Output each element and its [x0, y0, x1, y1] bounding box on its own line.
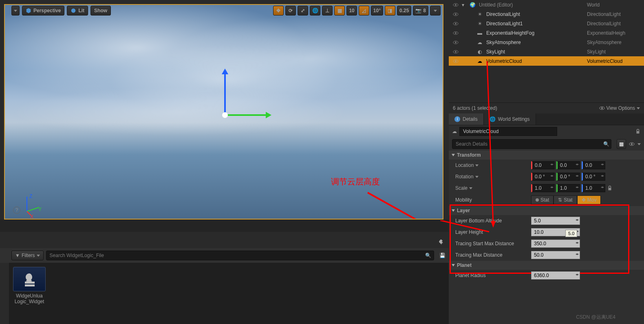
- actor-type: DirectionalLight: [587, 11, 640, 17]
- search-icon[interactable]: 🔍: [603, 141, 609, 147]
- scale-z[interactable]: 1.0◂▸: [582, 184, 605, 192]
- viewport-canvas[interactable]: Z Y X 调节云层高度 ?: [4, 4, 443, 220]
- expand-icon[interactable]: ▾: [462, 2, 466, 8]
- svg-rect-23: [637, 131, 640, 133]
- asset-tile[interactable]: WidgeUnlua Logic_Widget: [13, 267, 46, 305]
- chevron-down-icon: [37, 255, 40, 257]
- lock-scale-icon[interactable]: [607, 185, 613, 191]
- surface-snap-button[interactable]: ⊥: [322, 6, 333, 16]
- mobility-movable[interactable]: ✥Mov: [577, 195, 601, 204]
- perspective-label: Perspective: [33, 8, 61, 13]
- asset-label: WidgeUnlua Logic_Widget: [13, 293, 46, 305]
- visibility-icon[interactable]: [453, 11, 459, 17]
- camera-speed-button[interactable]: 📷8: [413, 6, 428, 16]
- chevron-down-icon: [637, 107, 640, 109]
- scale-snap-button[interactable]: ◨: [385, 6, 395, 16]
- mobility-stationary[interactable]: ⇅Stat: [554, 195, 577, 204]
- outliner-root[interactable]: ▾ 🌍 Untitled (Editor) World: [449, 0, 644, 9]
- search-icon[interactable]: 🔍: [425, 253, 431, 258]
- outliner-row-skyatmosphere[interactable]: ☁SkyAtmosphereSkyAtmosphere: [449, 38, 644, 47]
- svg-point-22: [601, 107, 603, 109]
- eye-icon[interactable]: [629, 141, 635, 147]
- location-x[interactable]: 0.0◂▸: [531, 161, 555, 169]
- lit-button[interactable]: Lit: [67, 6, 88, 16]
- movable-icon: ✥: [582, 197, 586, 203]
- tracing-start-field[interactable]: 350.0◂▸: [531, 240, 580, 248]
- content-sources-collapsed[interactable]: [0, 263, 9, 324]
- world-icon: 🌍: [469, 2, 476, 8]
- perspective-button[interactable]: Perspective: [22, 6, 64, 16]
- outliner-row-directionallight[interactable]: ☀DirectionalLightDirectionalLight: [449, 9, 644, 19]
- annotation-arrow: [359, 189, 443, 220]
- visibility-icon[interactable]: [453, 21, 459, 27]
- outliner-row-volumetriccloud[interactable]: ☁VolumetricCloudVolumetricCloud: [449, 56, 644, 66]
- filters-button[interactable]: ▼ Filters: [11, 251, 44, 260]
- annotation-text: 调节云层高度: [331, 176, 380, 187]
- viewport-maximize-button[interactable]: [430, 6, 441, 16]
- section-transform[interactable]: Transform: [449, 151, 644, 160]
- show-label: Show: [94, 8, 107, 13]
- property-matrix-button[interactable]: ▦: [617, 139, 626, 149]
- tab-world-settings[interactable]: 🌐 World Settings: [484, 113, 536, 125]
- scale-tool-button[interactable]: ⤢: [298, 6, 308, 16]
- tracing-max-field[interactable]: 50.0◂▸: [531, 251, 580, 259]
- watermark: CSDN @远离UE4: [576, 314, 615, 321]
- visibility-icon[interactable]: [453, 58, 459, 64]
- scale-x[interactable]: 1.0◂▸: [531, 184, 555, 192]
- visibility-icon[interactable]: [453, 30, 459, 36]
- outliner-count: 6 actors (1 selected): [453, 105, 497, 111]
- outliner-row-exponentialheightfog[interactable]: ▬ExponentialHeightFogExponentialHeigh: [449, 28, 644, 38]
- tab-bar-blurred: [0, 232, 449, 248]
- actor-type: VolumetricCloud: [587, 58, 640, 64]
- info-icon: i: [454, 116, 460, 122]
- section-layer[interactable]: Layer: [449, 206, 644, 215]
- rotation-x[interactable]: 0.0 °◂▸: [531, 173, 555, 181]
- rotation-z[interactable]: 0.0 °◂▸: [582, 173, 605, 181]
- actor-type: ExponentialHeigh: [587, 30, 640, 36]
- planet-radius-field[interactable]: 6360.0◂▸: [531, 271, 580, 280]
- location-y[interactable]: 0.0◂▸: [556, 161, 580, 169]
- lock-icon[interactable]: [635, 129, 641, 134]
- rotation-y[interactable]: 0.0 °◂▸: [556, 173, 580, 181]
- scale-y[interactable]: 1.0◂▸: [556, 184, 580, 192]
- world-space-button[interactable]: 🌐: [310, 6, 320, 16]
- chevron-down-icon: [432, 8, 438, 13]
- actor-type: SkyAtmosphere: [587, 40, 640, 45]
- show-button[interactable]: Show: [90, 6, 111, 16]
- save-icon[interactable]: 💾: [439, 253, 446, 258]
- mobility-static[interactable]: Stat: [531, 195, 554, 204]
- pin-icon[interactable]: [438, 239, 445, 246]
- actor-name-field[interactable]: VolumetricCloud: [459, 127, 557, 136]
- grid-size-field[interactable]: 10: [346, 6, 357, 16]
- cloud-icon: ☁: [476, 58, 483, 64]
- outliner-row-directionallight1[interactable]: ☀DirectionalLight1DirectionalLight: [449, 19, 644, 28]
- content-search-input[interactable]: [46, 251, 434, 260]
- help-icon[interactable]: ?: [13, 206, 20, 214]
- rotate-tool-button[interactable]: ⟳: [285, 6, 296, 16]
- eye-icon: [599, 105, 605, 111]
- camera-icon: 📷: [415, 8, 421, 13]
- svg-line-2: [27, 207, 39, 211]
- move-tool-button[interactable]: ✥: [273, 6, 284, 16]
- location-z[interactable]: 0.0◂▸: [582, 161, 605, 169]
- globe-icon: 🌐: [312, 8, 318, 13]
- light-icon: ☀: [476, 11, 483, 18]
- layer-bottom-alt-field[interactable]: 5.0◂▸: [531, 217, 580, 225]
- angle-size-field[interactable]: 10°: [371, 6, 383, 16]
- chevron-down-icon[interactable]: [637, 143, 641, 145]
- grid-snap-button[interactable]: ▦: [334, 6, 345, 16]
- view-options-button[interactable]: View Options: [599, 105, 640, 111]
- angle-snap-button[interactable]: ◿: [359, 6, 369, 16]
- visibility-icon[interactable]: [453, 2, 459, 8]
- viewport-menu-button[interactable]: [11, 6, 20, 16]
- visibility-icon[interactable]: [453, 49, 459, 55]
- scale-label: Scale: [452, 185, 528, 191]
- stationary-icon: ⇅: [558, 197, 562, 203]
- section-planet[interactable]: Planet: [449, 261, 644, 270]
- details-search-input[interactable]: [452, 139, 611, 149]
- outliner-row-skylight[interactable]: ◐SkyLightSkyLight: [449, 47, 644, 56]
- planet-radius-label: Planet Radius: [452, 273, 528, 278]
- tab-details[interactable]: i Details: [449, 113, 484, 125]
- scale-size-field[interactable]: 0.25: [397, 6, 411, 16]
- visibility-icon[interactable]: [453, 40, 459, 45]
